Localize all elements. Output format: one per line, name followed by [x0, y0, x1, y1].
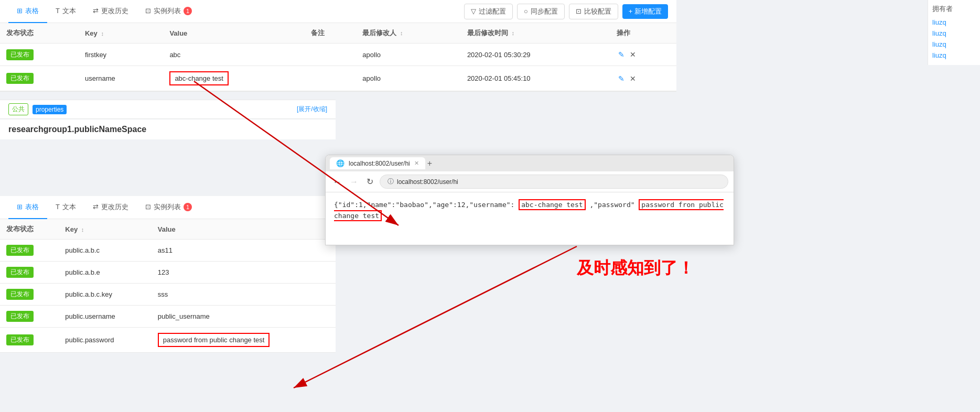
compare-button[interactable]: ⊡ 比较配置 — [569, 4, 618, 19]
table-row: 已发布 username abc-change test apollo 2020… — [0, 66, 676, 91]
instances2-icon: ⊡ — [145, 203, 151, 211]
value-cell: sss — [152, 284, 336, 306]
sidebar-item[interactable]: liuzq — [932, 28, 976, 39]
value-cell: public_username — [152, 306, 336, 328]
url-text: localhost:8002/user/hi — [397, 178, 458, 186]
json-output: {"id":1,"name":"baobao","age":12,"userna… — [334, 200, 725, 222]
tab-instances-label: 实例列表 — [154, 6, 181, 16]
add-config-button[interactable]: + 新增配置 — [622, 4, 668, 19]
time-cell: 2020-02-01 05:30:29 — [461, 44, 611, 66]
table2-icon: ⊞ — [17, 203, 23, 211]
key-cell: public.password — [59, 328, 151, 353]
config-table-2: 发布状态 Key ↕ Value 已发布 public.a.b.c as11 已… — [0, 219, 336, 353]
delete-button[interactable]: ✕ — [628, 49, 638, 60]
forward-button[interactable]: → — [348, 176, 360, 188]
bottom-tab-bar: ⊞ 表格 T 文本 ⇄ 更改历史 ⊡ 实例列表 1 — [0, 196, 336, 219]
key-cell: firstkey — [79, 44, 163, 66]
bottom-tab-table[interactable]: ⊞ 表格 — [8, 196, 47, 219]
sidebar-header: 拥有者 — [932, 4, 976, 14]
edit-button[interactable]: ✎ — [617, 73, 626, 84]
text2-tab-label: 文本 — [62, 202, 76, 212]
text-icon: T — [56, 7, 60, 15]
browser-tab[interactable]: 🌐 localhost:8002/user/hi ✕ — [330, 157, 425, 169]
col2-header-key: Key ↕ — [59, 219, 151, 240]
filter-icon: ▽ — [471, 7, 476, 15]
bottom-tab-instances[interactable]: ⊡ 实例列表 1 — [137, 196, 200, 219]
url-bar[interactable]: ⓘ localhost:8002/user/hi — [380, 175, 728, 189]
delete-button[interactable]: ✕ — [628, 73, 638, 84]
tab-history[interactable]: ⇄ 更改历史 — [84, 0, 137, 23]
bottom-tab-history[interactable]: ⇄ 更改历史 — [84, 196, 137, 219]
tab-text[interactable]: T 文本 — [47, 0, 84, 23]
secure-icon: ⓘ — [387, 177, 394, 186]
sync-icon: ○ — [524, 7, 528, 15]
browser-tab-bar: 🌐 localhost:8002/user/hi ✕ + — [326, 155, 734, 171]
new-tab-button[interactable]: + — [427, 159, 432, 168]
col-header-modifier: 最后修改人 ↕ — [356, 23, 461, 44]
right-sidebar: 拥有者 liuzq liuzq liuzq liuzq — [928, 0, 980, 65]
col2-header-status: 发布状态 — [0, 219, 59, 240]
text2-icon: T — [56, 203, 60, 211]
time-cell: 2020-02-01 05:45:10 — [461, 66, 611, 91]
ns-expand-link[interactable]: [展开/收缩] — [297, 105, 327, 114]
status-badge: 已发布 — [6, 49, 34, 60]
table2-tab-label: 表格 — [25, 202, 39, 212]
instances2-tab-label: 实例列表 — [154, 202, 181, 212]
browser-tab-title: localhost:8002/user/hi — [349, 160, 410, 167]
key-cell: public.a.b.e — [59, 262, 151, 284]
close-tab-button[interactable]: ✕ — [414, 160, 419, 167]
tab-history-label: 更改历史 — [101, 6, 128, 16]
ns-badge-gong: 公共 — [8, 103, 28, 115]
config-table-1: 发布状态 Key ↕ Value 备注 最后修改人 ↕ 最后修改时间 ↕ 操作 … — [0, 23, 676, 91]
status-badge: 已发布 — [6, 289, 34, 300]
filter-button[interactable]: ▽ 过滤配置 — [464, 4, 513, 19]
back-button[interactable]: ← — [331, 176, 343, 188]
browser-content: {"id":1,"name":"baobao","age":12,"userna… — [326, 192, 734, 245]
history2-icon: ⇄ — [93, 203, 99, 211]
sidebar-item[interactable]: liuzq — [932, 17, 976, 28]
edit-button[interactable]: ✎ — [617, 49, 626, 60]
namespace-title: researchgroup1.publicNameSpace — [8, 125, 327, 134]
modifier-cell: apollo — [356, 44, 461, 66]
note-cell — [305, 44, 357, 66]
key-cell: public.a.b.c — [59, 240, 151, 262]
table-row: 已发布 public.a.b.c.key sss — [0, 284, 336, 306]
col-header-time: 最后修改时间 ↕ — [461, 23, 611, 44]
browser-nav: ← → ↻ ⓘ localhost:8002/user/hi — [326, 171, 734, 192]
tab-instances[interactable]: ⊡ 实例列表 1 — [137, 0, 200, 23]
globe-icon: 🌐 — [336, 159, 344, 167]
action-cell: ✎ ✕ — [610, 44, 676, 66]
modifier-cell: apollo — [356, 66, 461, 91]
compare-label: 比较配置 — [584, 7, 611, 16]
sync-label: 同步配置 — [531, 7, 558, 16]
col-header-note: 备注 — [305, 23, 357, 44]
status-badge: 已发布 — [6, 73, 34, 84]
col-header-action: 操作 — [610, 23, 676, 44]
password-value-cell: password from public change test — [152, 328, 336, 353]
instances-badge: 1 — [184, 7, 192, 15]
table-row: 已发布 public.username public_username — [0, 306, 336, 328]
sidebar-item[interactable]: liuzq — [932, 50, 976, 61]
status-badge: 已发布 — [6, 311, 34, 322]
tab-bar-right: ▽ 过滤配置 ○ 同步配置 ⊡ 比较配置 + 新增配置 — [464, 4, 668, 19]
history2-tab-label: 更改历史 — [101, 202, 128, 212]
namespace-header-bar: 公共 properties [展开/收缩] — [0, 100, 336, 119]
value-cell-highlighted: abc-change test — [163, 66, 304, 91]
value-cell: 123 — [152, 262, 336, 284]
sidebar-item[interactable]: liuzq — [932, 39, 976, 50]
col-header-status: 发布状态 — [0, 23, 79, 44]
refresh-button[interactable]: ↻ — [364, 176, 375, 188]
main-container: ⊞ 表格 T 文本 ⇄ 更改历史 ⊡ 实例列表 1 — [0, 0, 980, 412]
tab-table[interactable]: ⊞ 表格 — [8, 0, 47, 23]
sync-button[interactable]: ○ 同步配置 — [517, 4, 565, 19]
namespace-title-area: researchgroup1.publicNameSpace — [0, 120, 336, 139]
compare-icon: ⊡ — [576, 7, 581, 15]
browser-window: 🌐 localhost:8002/user/hi ✕ + ← → ↻ ⓘ loc… — [325, 155, 734, 245]
key-cell: public.a.b.c.key — [59, 284, 151, 306]
note-cell — [305, 66, 357, 91]
action-cell: ✎ ✕ — [610, 66, 676, 91]
bottom-tab-text[interactable]: T 文本 — [47, 196, 84, 219]
col-header-value: Value — [163, 23, 304, 44]
json-before: {"id":1,"name":"baobao","age":12,"userna… — [334, 201, 514, 209]
json-middle: ,"password" — [589, 201, 634, 209]
